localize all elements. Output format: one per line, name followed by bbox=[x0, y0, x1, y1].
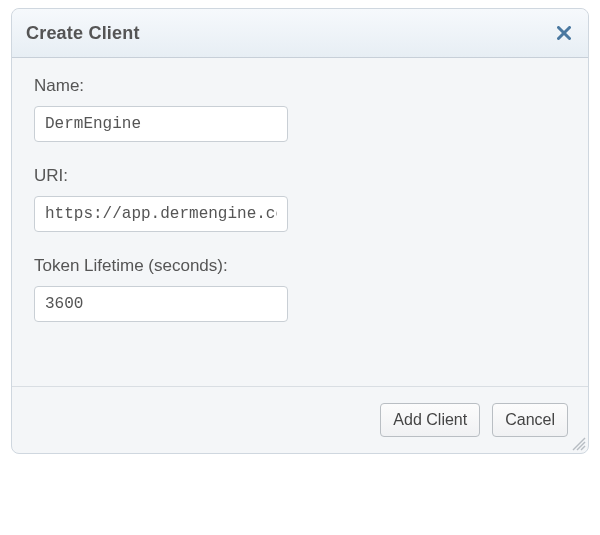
field-uri: URI: bbox=[34, 166, 566, 232]
token-lifetime-input[interactable] bbox=[34, 286, 288, 322]
uri-input[interactable] bbox=[34, 196, 288, 232]
name-label: Name: bbox=[34, 76, 566, 96]
close-icon bbox=[557, 26, 571, 40]
field-name: Name: bbox=[34, 76, 566, 142]
dialog-body: Name: URI: Token Lifetime (seconds): bbox=[12, 58, 588, 386]
dialog-title: Create Client bbox=[26, 23, 140, 44]
cancel-button[interactable]: Cancel bbox=[492, 403, 568, 437]
dialog-title-bar: Create Client bbox=[12, 9, 588, 58]
name-input[interactable] bbox=[34, 106, 288, 142]
dialog-footer: Add Client Cancel bbox=[12, 387, 588, 453]
add-client-button[interactable]: Add Client bbox=[380, 403, 480, 437]
close-button[interactable] bbox=[550, 19, 578, 47]
uri-label: URI: bbox=[34, 166, 566, 186]
token-lifetime-label: Token Lifetime (seconds): bbox=[34, 256, 566, 276]
field-token-lifetime: Token Lifetime (seconds): bbox=[34, 256, 566, 322]
create-client-dialog: Create Client Name: URI: Token Lifetime … bbox=[11, 8, 589, 454]
